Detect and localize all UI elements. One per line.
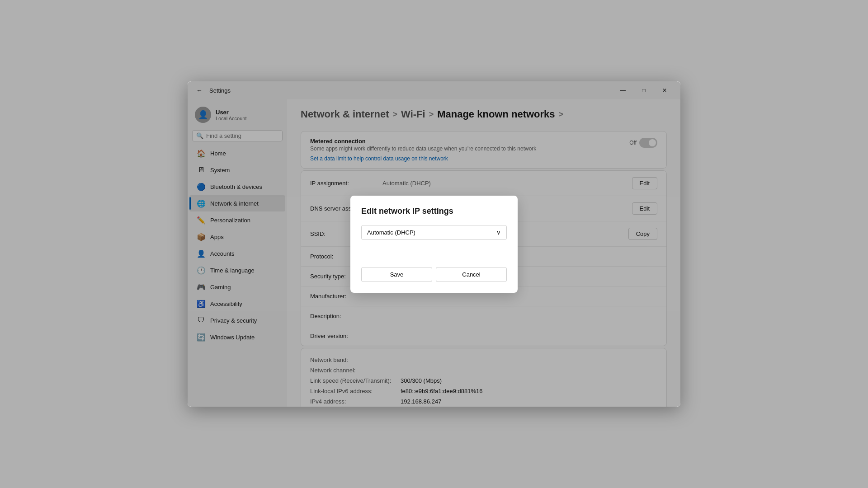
ip-type-dropdown[interactable]: Automatic (DHCP) ∨ [361,225,507,240]
dropdown-value: Automatic (DHCP) [367,229,415,236]
dropdown-wrapper: Automatic (DHCP) ∨ [361,225,507,240]
save-button[interactable]: Save [361,267,432,282]
edit-ip-dialog: Edit network IP settings Automatic (DHCP… [350,196,518,293]
dialog-overlay: Edit network IP settings Automatic (DHCP… [188,81,680,407]
cancel-button[interactable]: Cancel [436,267,507,282]
dialog-footer: Save Cancel [361,267,507,282]
settings-window: ← Settings — □ ✕ 👤 User Local Account 🔍 [188,81,680,407]
chevron-down-icon: ∨ [496,229,501,236]
dialog-title: Edit network IP settings [361,206,507,216]
